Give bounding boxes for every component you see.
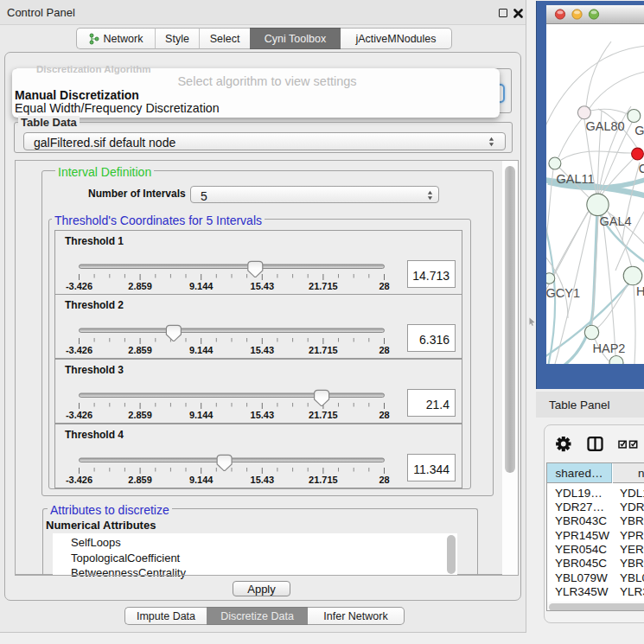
svg-text:21.715: 21.715 — [309, 280, 338, 290]
svg-text:-3.426: -3.426 — [66, 345, 92, 355]
svg-text:28: 28 — [379, 410, 389, 420]
svg-text:28: 28 — [379, 345, 389, 355]
svg-text:21.715: 21.715 — [309, 345, 338, 355]
svg-text:28: 28 — [379, 474, 389, 484]
svg-text:28: 28 — [379, 280, 389, 290]
svg-text:GAL80: GAL80 — [586, 119, 625, 133]
svg-text:CY: CY — [639, 162, 644, 175]
svg-text:9.144: 9.144 — [189, 474, 214, 484]
svg-text:-3.426: -3.426 — [66, 474, 92, 484]
svg-text:9.144: 9.144 — [189, 410, 214, 420]
svg-text:15.43: 15.43 — [251, 474, 275, 484]
svg-text:GAL11: GAL11 — [557, 172, 595, 186]
svg-text:HAP2: HAP2 — [593, 341, 626, 355]
svg-text:2.859: 2.859 — [128, 345, 152, 355]
svg-text:GA: GA — [634, 124, 644, 137]
svg-text:9.144: 9.144 — [189, 345, 214, 355]
svg-text:-3.426: -3.426 — [66, 280, 92, 290]
svg-text:15.43: 15.43 — [251, 345, 275, 355]
svg-text:HA: HA — [636, 284, 644, 298]
svg-text:15.43: 15.43 — [251, 280, 275, 290]
svg-text:2.859: 2.859 — [128, 474, 152, 484]
svg-text:9.144: 9.144 — [189, 280, 214, 290]
svg-text:GCY1: GCY1 — [546, 286, 580, 300]
svg-text:-3.426: -3.426 — [66, 410, 92, 420]
svg-text:2.859: 2.859 — [128, 410, 152, 420]
svg-text:21.715: 21.715 — [309, 474, 338, 484]
svg-text:GAL4: GAL4 — [600, 214, 632, 228]
svg-text:15.43: 15.43 — [251, 410, 275, 420]
svg-text:21.715: 21.715 — [309, 410, 338, 420]
svg-text:2.859: 2.859 — [128, 280, 152, 290]
